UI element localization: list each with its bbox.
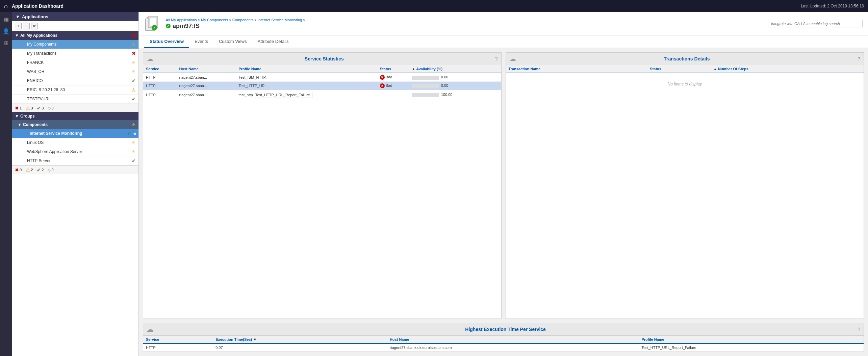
col-tx-name[interactable]: Transaction Name [506, 65, 647, 73]
edit-button[interactable]: ✏ [31, 23, 38, 29]
cell-status: ✖ Bad [377, 73, 409, 82]
col-hostname[interactable]: Host Name [176, 65, 236, 73]
col-he-profile[interactable]: Profile Name [639, 336, 864, 344]
tab-status-overview[interactable]: Status Overview [144, 35, 189, 48]
tabs-bar: Status Overview Events Custom Views Attr… [139, 35, 868, 48]
cell-extra [491, 82, 501, 90]
transactions-details-panel: ☁ Transactions Details ? Transaction Nam… [506, 52, 864, 319]
page-title-status-icon: ✓ [166, 24, 171, 28]
http-server-status: ✔ [132, 158, 136, 163]
websphere-status: ⚠ [131, 149, 136, 154]
cell-service: HTTP [143, 73, 176, 82]
table-row[interactable]: HTTP 0.07 rtagent27.sbank.uk.eurolabs.ib… [143, 344, 864, 352]
collapse-arrow: ◀ [133, 132, 136, 135]
page-icon: ✓ [144, 16, 160, 32]
search-input[interactable] [768, 20, 863, 27]
col-bar [491, 65, 501, 73]
nav-dashboard-icon[interactable]: ▦ [2, 15, 10, 24]
cloud-icon-2: ☁ [509, 55, 516, 63]
all-my-apps-error-badge: ✖ [132, 33, 136, 38]
was-or-status: ⚠ [131, 69, 136, 74]
collapse-applications-icon[interactable]: ▼ [16, 14, 20, 19]
transactions-title: Transactions Details [519, 56, 855, 61]
tab-custom-views[interactable]: Custom Views [213, 35, 252, 48]
add-button[interactable]: + [15, 23, 22, 29]
remove-button[interactable]: − [23, 23, 30, 29]
svg-rect-3 [150, 18, 156, 26]
table-row[interactable]: HTTP rtagent27.sban... Test_ISM_HTTP... … [143, 73, 501, 82]
summary-unknown-2: ◇ 0 [48, 168, 53, 172]
tab-events[interactable]: Events [189, 35, 213, 48]
sidebar-item-http-server[interactable]: HTTP Server ✔ [12, 156, 138, 166]
collapse-all-apps-icon: ▼ [15, 33, 19, 38]
testfvurl-status: ✔ [132, 96, 136, 102]
col-profile[interactable]: Profile Name [236, 65, 377, 73]
status-bad-icon: ✖ [380, 75, 385, 80]
cell-extra [491, 73, 501, 82]
col-tx-steps[interactable]: ▲ Number Of Steps [711, 65, 864, 73]
testfvurl-label: TESTFVURL [27, 97, 130, 101]
my-transactions-label: My Transactions [27, 51, 130, 56]
all-my-applications-group[interactable]: ▼ All My Applications ✖ [12, 31, 138, 40]
components-label: Components [23, 122, 130, 127]
franck-label: FRANCK [27, 60, 130, 65]
summary-ok-1: ✔ 3 [37, 105, 44, 111]
cell-status [377, 90, 409, 100]
cell-availability: 0.00 [409, 82, 491, 90]
sidebar-item-internet-service[interactable]: Internet Service Monitoring ✔ ◀ [12, 129, 138, 138]
highest-execution-title: Highest Execution Time Per Service [156, 327, 855, 332]
my-components-label: My Components [27, 42, 130, 47]
http-server-label: HTTP Server [27, 158, 130, 163]
col-service[interactable]: Service [143, 65, 176, 73]
groups-header[interactable]: ▼ Groups [12, 112, 138, 120]
nav-grid-icon[interactable]: ⊞ [3, 39, 10, 48]
applications-header[interactable]: ▼ Applications [12, 12, 138, 21]
eric-label: ERIC_9.20.21.26_80 [27, 87, 130, 92]
tab-attribute-details[interactable]: Attribute Details [252, 35, 294, 48]
col-he-host[interactable]: Host Name [387, 336, 639, 344]
cell-availability: 0.00 [409, 73, 491, 82]
col-he-service[interactable]: Service [143, 336, 213, 344]
groups-label: Groups [20, 114, 35, 119]
table-row[interactable]: HTTP rtagent27.sban... test_httpTest_HTT… [143, 90, 501, 100]
service-statistics-help[interactable]: ? [495, 56, 498, 61]
panels-row-1: ☁ Service Statistics ? Service Host Name… [139, 48, 868, 323]
linux-os-status: ⚠ [131, 140, 136, 145]
components-header[interactable]: ▼ Components ⚠ [12, 120, 138, 129]
sidebar-item-websphere[interactable]: WebSphere Application Server ⚠ [12, 147, 138, 156]
col-he-exectime[interactable]: Execution Time(Sec) ▼ [213, 336, 387, 344]
transactions-no-items: No items to display [509, 75, 861, 93]
nav-user-icon[interactable]: 👤 [1, 27, 11, 36]
col-availability[interactable]: ▲ Availability (%) [409, 65, 491, 73]
cell-he-host: rtagent27.sbank.uk.eurolabs.ibm.com [387, 344, 639, 352]
cell-host: rtagent27.sban... [176, 82, 236, 90]
sidebar-item-linux-os[interactable]: Linux OS ⚠ [12, 138, 138, 147]
cell-he-service: HTTP [143, 344, 213, 352]
summary-ok-2: ✔ 2 [37, 167, 44, 173]
cloud-icon-1: ☁ [147, 55, 153, 63]
sidebar-toolbar: + − ✏ [12, 21, 138, 31]
breadcrumb-stack: All My Applications > My Components > Co… [166, 18, 305, 30]
summary-warnings-1: ⚠ 3 [26, 105, 33, 111]
cell-he-exectime: 0.07 [213, 344, 387, 352]
sidebar-item-my-components[interactable]: My Components ⚠ [12, 40, 138, 49]
transactions-help[interactable]: ? [858, 56, 860, 61]
summary-bar-2: ✖ 0 ⚠ 2 ✔ 2 ◇ 0 [12, 166, 138, 174]
cloud-icon-3: ☁ [147, 325, 153, 333]
enrico-status: ✔ [132, 78, 136, 83]
summary-unknown-1: ◇ 0 [48, 106, 53, 110]
col-status[interactable]: Status [377, 65, 409, 73]
sidebar-item-my-transactions[interactable]: My Transactions ✖ [12, 49, 138, 58]
highest-execution-help[interactable]: ? [858, 327, 860, 332]
sidebar-item-enrico[interactable]: ENRICO ✔ [12, 76, 138, 85]
svg-text:✓: ✓ [153, 26, 156, 30]
home-icon[interactable]: ⌂ [4, 3, 8, 10]
sidebar-item-franck[interactable]: FRANCK ⚠ [12, 58, 138, 67]
sidebar-item-testfvurl[interactable]: TESTFVURL ✔ [12, 95, 138, 104]
sidebar-item-was-or[interactable]: WAS_OR ⚠ [12, 67, 138, 76]
sidebar-scroll: ▼ All My Applications ✖ My Components ⚠ … [12, 31, 138, 356]
sidebar-item-eric[interactable]: ERIC_9.20.21.26_80 ⚠ [12, 85, 138, 95]
franck-status: ⚠ [131, 60, 136, 65]
table-row[interactable]: HTTP rtagent27.sban... Test_HTTP_UR... ✖… [143, 82, 501, 90]
col-tx-status[interactable]: Status [647, 65, 711, 73]
